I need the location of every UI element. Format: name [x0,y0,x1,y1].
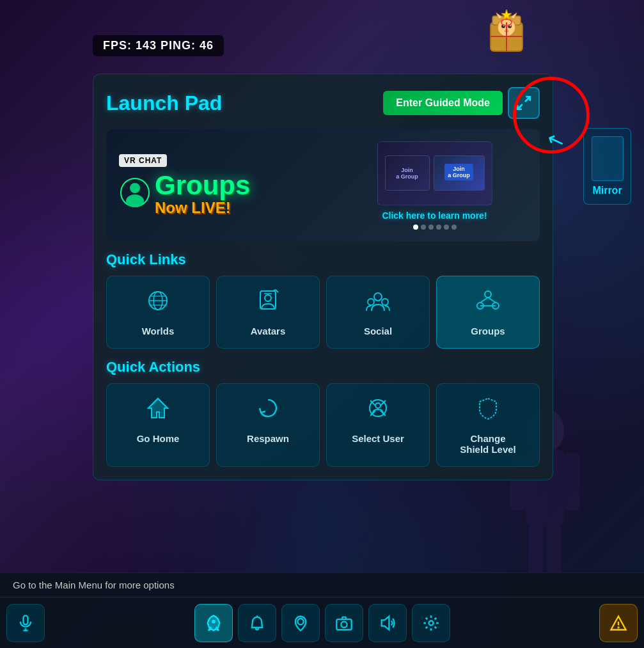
nav-launch-button[interactable] [194,604,233,642]
svg-point-10 [126,194,144,207]
social-icon [365,288,391,319]
dot-1 [413,225,418,230]
cat-mascot-svg [481,3,532,61]
svg-line-27 [480,297,488,303]
banner-preview: Joina Group Joina Group [377,141,492,205]
dot-2 [421,225,426,230]
bottom-status-bar: Go to the Main Menu for more options [0,573,644,597]
svg-point-24 [485,291,491,297]
mirror-display [592,136,624,181]
svg-point-23 [382,299,388,305]
quick-links-label: Quick Links [106,251,540,268]
go-home-icon [145,395,171,427]
worlds-icon [145,288,171,319]
banner-sub-text: Now LIVE! [155,199,250,217]
svg-point-51 [212,619,216,623]
worlds-label: Worlds [142,326,175,336]
bottom-navigation [0,597,644,648]
banner-main-text: Groups [155,172,250,199]
svg-point-60 [618,627,618,628]
banner-left: VR CHAT Groups Now LIVE! [106,141,329,230]
banner-cta: Click here to learn more! [382,210,487,221]
nav-center-group [194,604,450,642]
vrchat-logo: VR CHAT [119,154,167,167]
svg-point-21 [374,293,382,301]
dot-5 [444,225,449,230]
svg-marker-56 [381,616,389,629]
quick-actions-grid: Go Home Respawn Select Use [106,383,540,467]
fps-ping-text: FPS: 143 PING: 46 [103,39,214,52]
quick-link-groups[interactable]: Groups [436,276,540,349]
expand-button[interactable] [508,87,540,119]
dot-4 [436,225,441,230]
svg-point-57 [428,620,433,625]
quick-link-social[interactable]: Social [326,276,430,349]
banner-dots [413,225,457,230]
svg-point-53 [297,619,303,624]
groups-label: Groups [471,326,505,336]
avatars-label: Avatars [251,326,285,336]
respawn-label: Respawn [247,433,289,444]
groups-icon [475,288,501,319]
quick-links-grid: Worlds Avatars [106,276,540,349]
quick-action-respawn[interactable]: Respawn [216,383,320,467]
social-label: Social [364,326,392,336]
nav-alert-button[interactable] [599,604,638,642]
quick-link-avatars[interactable]: Avatars [216,276,320,349]
mirror-label: Mirror [592,185,622,196]
change-shield-label: ChangeShield Level [460,433,516,455]
panel-header: Launch Pad Enter Guided Mode [106,87,540,119]
nav-location-button[interactable] [281,604,320,642]
shield-icon [475,395,501,427]
nav-settings-button[interactable] [412,604,450,642]
dot-6 [452,225,457,230]
header-buttons: Enter Guided Mode [383,87,540,119]
banner[interactable]: VR CHAT Groups Now LIVE! Joina Group [106,129,540,241]
select-user-icon [365,395,391,427]
svg-rect-48 [24,615,28,624]
svg-point-33 [375,403,381,408]
quick-action-change-shield[interactable]: ChangeShield Level [436,383,540,467]
dot-3 [428,225,434,230]
avatars-icon [255,288,281,319]
nav-audio-button[interactable] [368,604,407,642]
svg-rect-3 [564,453,580,510]
svg-line-28 [488,297,496,303]
quick-link-worlds[interactable]: Worlds [106,276,210,349]
quick-action-go-home[interactable]: Go Home [106,383,210,467]
svg-point-17 [265,295,271,301]
panel-title: Launch Pad [106,91,222,115]
nav-camera-button[interactable] [325,604,363,642]
quick-action-select-user[interactable]: Select User [326,383,430,467]
nav-notifications-button[interactable] [238,604,276,642]
mascot [481,3,532,69]
go-home-label: Go Home [137,433,180,444]
svg-point-22 [368,299,374,305]
fps-ping-display: FPS: 143 PING: 46 [93,35,224,56]
respawn-icon [255,395,281,427]
status-text: Go to the Main Menu for more options [13,580,175,590]
guided-mode-button[interactable]: Enter Guided Mode [383,91,503,115]
svg-point-9 [130,183,140,193]
nav-mic-button[interactable] [6,604,45,642]
mirror-panel[interactable]: Mirror [583,128,631,205]
main-panel: Launch Pad Enter Guided Mode VR CHAT [93,74,553,480]
svg-point-55 [341,621,347,627]
select-user-label: Select User [352,433,404,444]
banner-right: Joina Group Joina Group Click here to le… [329,135,540,236]
quick-actions-label: Quick Actions [106,359,540,375]
person-circle-icon [119,177,151,212]
